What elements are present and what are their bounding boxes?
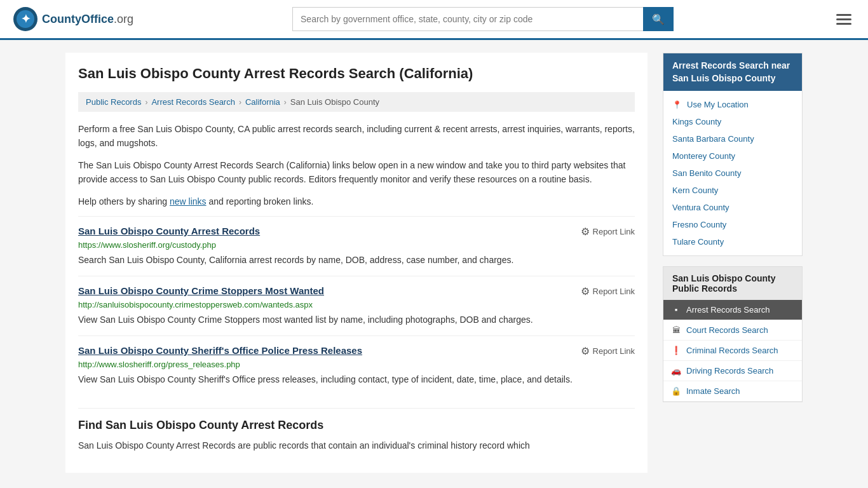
breadcrumb-sep-2: ›	[239, 98, 241, 107]
tulare-county-link[interactable]: Tulare County	[672, 237, 724, 247]
sidebar-kern-county[interactable]: Kern County	[663, 182, 802, 199]
arrest-record-icon: ▪	[671, 305, 681, 315]
find-section-title: Find San Luis Obispo County Arrest Recor…	[78, 419, 635, 432]
sidebar-record-arrest[interactable]: ▪ Arrest Records Search	[663, 300, 802, 320]
sidebar-nearby-header: Arrest Records Search near San Luis Obis…	[663, 53, 802, 91]
criminal-records-search-link[interactable]: Criminal Records Search	[686, 346, 778, 355]
report-label-3: Report Link	[593, 346, 635, 356]
result-item-2: San Luis Obispo County Crime Stoppers Mo…	[78, 276, 635, 336]
use-my-location-link[interactable]: Use My Location	[687, 100, 749, 109]
court-record-icon: 🏛	[671, 325, 681, 335]
inmate-record-icon: 🔒	[671, 386, 681, 396]
location-pin-icon: 📍	[672, 100, 682, 109]
sidebar-ventura-county[interactable]: Ventura County	[663, 199, 802, 216]
criminal-record-icon: ❗	[671, 346, 681, 355]
logo-icon: ✦	[13, 6, 38, 32]
search-icon: 🔍	[652, 14, 665, 25]
description-3-pre: Help others by sharing	[78, 196, 170, 207]
sidebar-record-criminal[interactable]: ❗ Criminal Records Search	[663, 341, 802, 361]
sidebar-nearby-section: Arrest Records Search near San Luis Obis…	[663, 53, 803, 256]
arrest-records-search-link[interactable]: Arrest Records Search	[686, 305, 770, 315]
breadcrumb: Public Records › Arrest Records Search ›…	[78, 92, 635, 112]
result-desc-3: View San Luis Obispo County Sheriff's Of…	[78, 373, 635, 386]
svg-text:✦: ✦	[21, 13, 31, 25]
breadcrumb-arrest-records[interactable]: Arrest Records Search	[151, 97, 235, 107]
search-input[interactable]	[292, 7, 643, 31]
result-url-2[interactable]: http://sanluisobispocounty.crimestoppers…	[78, 300, 635, 309]
sidebar-santa-barbara-county[interactable]: Santa Barbara County	[663, 130, 802, 147]
logo-area: ✦ CountyOffice.org	[13, 6, 133, 32]
menu-button[interactable]	[832, 10, 855, 29]
search-button[interactable]: 🔍	[643, 7, 674, 31]
report-link-3[interactable]: ⚙ Report Link	[581, 345, 635, 357]
result-desc-2: View San Luis Obispo County Crime Stoppe…	[78, 313, 635, 327]
result-item-3: San Luis Obispo County Sheriff's Office …	[78, 336, 635, 395]
content-area: San Luis Obispo County Arrest Records Se…	[65, 53, 648, 473]
sidebar-san-benito-county[interactable]: San Benito County	[663, 165, 802, 182]
result-url-1[interactable]: https://www.slosheriff.org/custody.php	[78, 240, 635, 250]
breadcrumb-current: San Luis Obispo County	[290, 97, 379, 107]
kern-county-link[interactable]: Kern County	[672, 186, 718, 195]
site-header: ✦ CountyOffice.org 🔍	[0, 0, 868, 40]
san-benito-county-link[interactable]: San Benito County	[672, 168, 741, 178]
main-container: San Luis Obispo County Arrest Records Se…	[53, 40, 815, 485]
driving-record-icon: 🚗	[671, 366, 681, 376]
menu-line-3	[836, 23, 851, 25]
report-icon-3: ⚙	[581, 345, 590, 357]
result-header-2: San Luis Obispo County Crime Stoppers Mo…	[78, 285, 635, 297]
kings-county-link[interactable]: Kings County	[672, 117, 721, 126]
sidebar-use-my-location[interactable]: 📍 Use My Location	[663, 96, 802, 113]
result-title-3[interactable]: San Luis Obispo County Sheriff's Office …	[78, 345, 362, 356]
results-list: San Luis Obispo County Arrest Records ⚙ …	[78, 216, 635, 395]
breadcrumb-sep-1: ›	[145, 98, 147, 107]
result-title-1[interactable]: San Luis Obispo County Arrest Records	[78, 226, 260, 236]
report-link-2[interactable]: ⚙ Report Link	[581, 285, 635, 297]
court-records-search-link[interactable]: Court Records Search	[686, 325, 768, 335]
menu-line-1	[836, 14, 851, 16]
logo-text: CountyOffice.org	[42, 13, 133, 26]
driving-records-search-link[interactable]: Driving Records Search	[686, 366, 773, 376]
find-section-desc: San Luis Obispo County Arrest Records ar…	[78, 438, 635, 452]
sidebar-tulare-county[interactable]: Tulare County	[663, 233, 802, 250]
sidebar-public-records-header: San Luis Obispo County Public Records	[663, 267, 802, 300]
result-title-2[interactable]: San Luis Obispo County Crime Stoppers Mo…	[78, 285, 324, 296]
description-2: The San Luis Obispo County Arrest Record…	[78, 158, 635, 187]
fresno-county-link[interactable]: Fresno County	[672, 220, 726, 229]
breadcrumb-california[interactable]: California	[245, 97, 280, 107]
find-section: Find San Luis Obispo County Arrest Recor…	[78, 408, 635, 452]
description-1: Perform a free San Luis Obispo County, C…	[78, 122, 635, 151]
report-label-2: Report Link	[593, 287, 635, 296]
report-link-1[interactable]: ⚙ Report Link	[581, 226, 635, 238]
report-label-1: Report Link	[593, 227, 635, 236]
inmate-search-link[interactable]: Inmate Search	[686, 386, 740, 396]
sidebar-record-driving[interactable]: 🚗 Driving Records Search	[663, 361, 802, 381]
description-3-post: and reporting broken links.	[207, 196, 314, 207]
santa-barbara-county-link[interactable]: Santa Barbara County	[672, 134, 754, 144]
menu-line-2	[836, 18, 851, 20]
page-title: San Luis Obispo County Arrest Records Se…	[78, 65, 635, 82]
result-desc-1: Search San Luis Obispo County, Californi…	[78, 254, 635, 267]
result-header-3: San Luis Obispo County Sheriff's Office …	[78, 345, 635, 357]
sidebar-fresno-county[interactable]: Fresno County	[663, 216, 802, 233]
report-icon-1: ⚙	[581, 226, 590, 238]
result-item-1: San Luis Obispo County Arrest Records ⚙ …	[78, 216, 635, 276]
sidebar-public-records-section: San Luis Obispo County Public Records ▪ …	[663, 266, 803, 402]
ventura-county-link[interactable]: Ventura County	[672, 203, 729, 212]
sidebar: Arrest Records Search near San Luis Obis…	[663, 53, 803, 473]
sidebar-record-court[interactable]: 🏛 Court Records Search	[663, 320, 802, 341]
result-header-1: San Luis Obispo County Arrest Records ⚙ …	[78, 226, 635, 238]
search-area: 🔍	[292, 7, 674, 31]
breadcrumb-public-records[interactable]: Public Records	[86, 97, 141, 107]
report-icon-2: ⚙	[581, 285, 590, 297]
breadcrumb-sep-3: ›	[284, 98, 287, 107]
new-links-link[interactable]: new links	[170, 196, 207, 207]
monterey-county-link[interactable]: Monterey County	[672, 151, 735, 161]
sidebar-monterey-county[interactable]: Monterey County	[663, 147, 802, 165]
sidebar-kings-county[interactable]: Kings County	[663, 113, 802, 130]
sidebar-record-inmate[interactable]: 🔒 Inmate Search	[663, 381, 802, 402]
description-3: Help others by sharing new links and rep…	[78, 194, 635, 208]
sidebar-nearby-list: 📍 Use My Location Kings County Santa Bar…	[663, 91, 802, 255]
result-url-3[interactable]: http://www.slosheriff.org/press_releases…	[78, 360, 635, 369]
